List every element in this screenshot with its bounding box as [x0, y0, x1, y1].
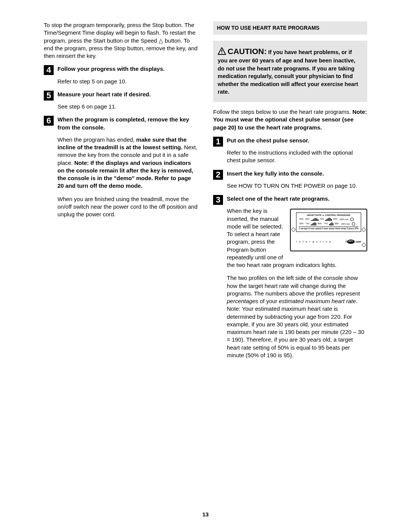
interactive-label: i n t e r a c t i v e [296, 240, 331, 243]
console-profile-row-2: 50% 71% 80% 77% 66% 100% max. [299, 222, 358, 225]
hr-step-2-title: Insert the key fully into the console. [227, 170, 367, 177]
step-number-badge: 1 [213, 137, 223, 147]
step-4: 4 Follow your progress with the displays… [44, 65, 198, 85]
console-button-right-2 [362, 243, 366, 247]
hr-step-1-title: Put on the chest pulse sensor. [227, 137, 367, 144]
hr-step-3-title: Select one of the heart rate programs. [227, 195, 367, 203]
intro-paragraph: To stop the program temporarily, press t… [44, 21, 198, 60]
console-figure: HEART RATE ▲ CONTROL PROGRAMS 50% 60% 70… [290, 209, 367, 251]
console-instruction-line: 1 set age & max speed 2 wear pulse chest… [299, 227, 358, 230]
step-5-body: See step 6 on page 11. [57, 103, 198, 110]
hr-intro: Follow the steps below to use the heart … [213, 108, 367, 131]
warning-icon [218, 47, 226, 55]
caution-box: CAUTION: If you have heart problems, or … [213, 41, 367, 102]
step-4-title: Follow your progress with the displays. [57, 65, 198, 73]
console-button-right [362, 228, 366, 232]
console-title: HEART RATE ▲ CONTROL PROGRAMS [299, 214, 358, 217]
hr-step-2: 2 Insert the key fully into the console.… [213, 170, 367, 190]
console-profile-row-1: 50% 60% 70% 65% 100% max. [299, 217, 358, 221]
console-button-left [292, 228, 295, 232]
hr-step-1-body: Refer to the instructions included with … [227, 149, 367, 165]
hr-step-3-body-2: The two profiles on the left side of the… [227, 274, 367, 359]
hr-step-2-body: See HOW TO TURN ON THE POWER on page 10. [227, 182, 367, 190]
ifit-logo-icon: iFIT.com [346, 239, 361, 244]
step-number-badge: 6 [44, 116, 54, 126]
program-indicator-icon [352, 222, 355, 225]
caution-label: CAUTION: [228, 47, 267, 56]
step-4-body: Refer to step 5 on page 10. [57, 78, 198, 85]
caution-text: If you have heart problems, or if you ar… [218, 49, 358, 95]
step-6: 6 When the program is completed, remove … [44, 116, 198, 218]
step-5: 5 Measure your heart rate if desired. Se… [44, 91, 198, 111]
hr-step-3: 3 Select one of the heart rate programs.… [213, 195, 367, 359]
step-5-title: Measure your heart rate if desired. [57, 91, 198, 98]
step-6-body-2: When you are finished using the treadmil… [57, 195, 198, 219]
program-indicator-icon [350, 218, 354, 221]
step-number-badge: 2 [213, 170, 223, 180]
step-number-badge: 4 [44, 65, 54, 75]
step-6-title: When the program is completed, remove th… [57, 116, 198, 131]
page-number: 13 [0, 511, 411, 518]
step-6-body-1: When the program has ended, make sure th… [57, 136, 198, 190]
step-number-badge: 5 [44, 91, 54, 101]
svg-point-1 [221, 53, 222, 54]
hr-step-1: 1 Put on the chest pulse sensor. Refer t… [213, 137, 367, 165]
step-number-badge: 3 [213, 195, 223, 205]
section-header: HOW TO USE HEART RATE PROGRAMS [213, 21, 367, 35]
